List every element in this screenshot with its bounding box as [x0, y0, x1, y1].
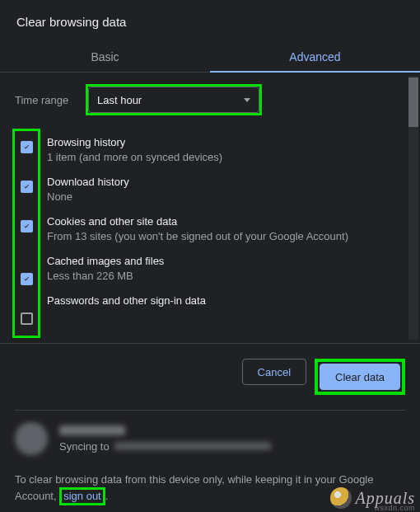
appuals-logo-icon [330, 487, 352, 509]
item-sub: From 13 sites (you won't be signed out o… [47, 229, 405, 244]
time-range-value: Last hour [97, 94, 142, 106]
checkbox-passwords[interactable] [21, 312, 33, 325]
item-label: Cookies and other site data [47, 214, 405, 229]
dialog-title: Clear browsing data [0, 0, 420, 40]
clear-data-button[interactable]: Clear data [320, 364, 400, 390]
checkbox-download-history[interactable] [21, 181, 33, 193]
syncing-label: Syncing to [59, 440, 110, 453]
chevron-down-icon [244, 98, 250, 102]
time-range-select[interactable]: Last hour [88, 87, 259, 113]
item-sub: Less than 226 MB [47, 269, 405, 284]
account-email-redacted [114, 442, 271, 450]
item-label: Browsing history [47, 135, 405, 150]
time-range-label: Time range [15, 94, 86, 106]
item-label: Cached images and files [47, 254, 405, 269]
account-name-redacted [59, 425, 125, 435]
item-cached[interactable]: Cached images and files Less than 226 MB [47, 254, 405, 284]
item-passwords[interactable]: Passwords and other sign-in data [47, 294, 405, 308]
item-label: Passwords and other sign-in data [47, 294, 405, 308]
checkbox-browsing-history[interactable] [21, 141, 33, 153]
item-sub: None [47, 190, 405, 204]
item-sub: 1 item (and more on synced devices) [47, 150, 405, 165]
sign-out-link[interactable]: sign out [63, 490, 101, 502]
tab-basic[interactable]: Basic [0, 40, 210, 72]
item-browsing-history[interactable]: Browsing history 1 item (and more on syn… [47, 135, 405, 165]
item-label: Download history [47, 175, 405, 190]
avatar [15, 422, 48, 455]
highlight-time-range: Last hour [86, 84, 262, 115]
tab-advanced[interactable]: Advanced [210, 40, 420, 72]
watermark-sub: wsxdn.com [374, 504, 415, 512]
item-download-history[interactable]: Download history None [47, 175, 405, 204]
account-row[interactable]: Syncing to [0, 411, 420, 463]
highlight-clear-data: Clear data [315, 359, 405, 395]
highlight-sign-out: sign out [59, 487, 105, 505]
highlight-checkboxes [12, 129, 40, 338]
checkbox-cached[interactable] [21, 273, 33, 285]
checkbox-cookies[interactable] [21, 220, 33, 233]
cancel-button[interactable]: Cancel [242, 359, 306, 385]
scrollbar[interactable] [408, 76, 418, 340]
scrollbar-thumb[interactable] [408, 78, 418, 127]
tabs: Basic Advanced [0, 40, 420, 73]
item-cookies[interactable]: Cookies and other site data From 13 site… [47, 214, 405, 244]
